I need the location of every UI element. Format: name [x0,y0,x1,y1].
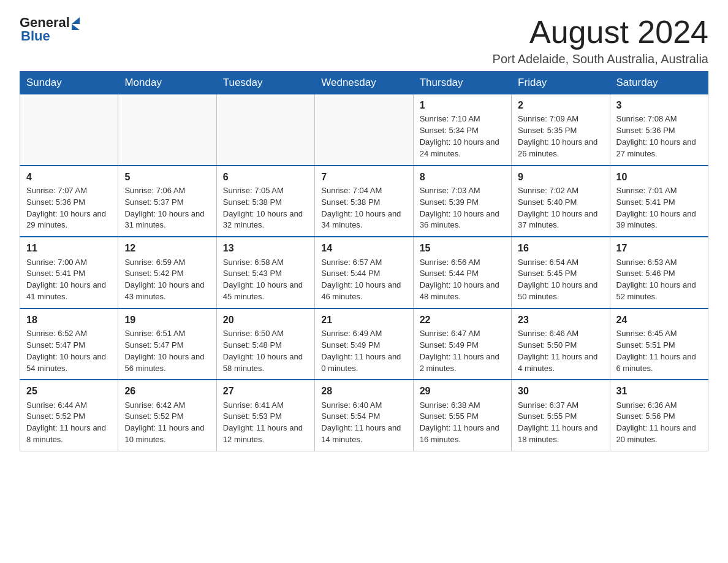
day-info: Sunrise: 6:37 AMSunset: 5:55 PMDaylight:… [518,400,603,446]
day-info: Sunrise: 6:52 AMSunset: 5:47 PMDaylight:… [26,328,112,374]
calendar-week-row: 1Sunrise: 7:10 AMSunset: 5:34 PMDaylight… [20,94,708,166]
day-info: Sunrise: 7:03 AMSunset: 5:39 PMDaylight:… [420,185,505,231]
calendar-day-cell: 13Sunrise: 6:58 AMSunset: 5:43 PMDayligh… [216,237,314,308]
location-subtitle: Port Adelaide, South Australia, Australi… [493,52,708,66]
day-info: Sunrise: 7:05 AMSunset: 5:38 PMDaylight:… [223,185,308,231]
day-number: 18 [26,313,112,327]
day-info: Sunrise: 6:58 AMSunset: 5:43 PMDaylight:… [223,257,308,303]
calendar-day-cell: 23Sunrise: 6:46 AMSunset: 5:50 PMDayligh… [512,308,610,380]
month-year-title: August 2024 [493,15,708,50]
day-info: Sunrise: 7:07 AMSunset: 5:36 PMDaylight:… [26,185,112,231]
calendar-day-cell: 31Sunrise: 6:36 AMSunset: 5:56 PMDayligh… [610,380,708,451]
weekday-header-saturday: Saturday [610,72,708,94]
day-number: 28 [321,384,406,398]
calendar-day-cell: 5Sunrise: 7:06 AMSunset: 5:37 PMDaylight… [118,166,216,237]
day-number: 26 [124,384,210,398]
day-info: Sunrise: 6:57 AMSunset: 5:44 PMDaylight:… [321,257,406,303]
calendar-day-cell: 25Sunrise: 6:44 AMSunset: 5:52 PMDayligh… [20,380,118,451]
day-info: Sunrise: 6:41 AMSunset: 5:53 PMDaylight:… [223,400,308,446]
calendar-day-cell [20,94,118,166]
calendar-day-cell: 21Sunrise: 6:49 AMSunset: 5:49 PMDayligh… [315,308,413,380]
calendar-day-cell: 24Sunrise: 6:45 AMSunset: 5:51 PMDayligh… [610,308,708,380]
day-info: Sunrise: 7:02 AMSunset: 5:40 PMDaylight:… [518,185,603,231]
day-number: 7 [321,170,406,184]
day-info: Sunrise: 6:46 AMSunset: 5:50 PMDaylight:… [518,328,603,374]
weekday-header-friday: Friday [512,72,610,94]
calendar-day-cell: 9Sunrise: 7:02 AMSunset: 5:40 PMDaylight… [512,166,610,237]
day-info: Sunrise: 7:10 AMSunset: 5:34 PMDaylight:… [420,113,505,159]
weekday-header-wednesday: Wednesday [315,72,413,94]
day-number: 3 [616,98,702,112]
day-number: 14 [321,241,406,255]
calendar-day-cell: 22Sunrise: 6:47 AMSunset: 5:49 PMDayligh… [413,308,511,380]
day-info: Sunrise: 6:56 AMSunset: 5:44 PMDaylight:… [420,257,505,303]
day-info: Sunrise: 7:08 AMSunset: 5:36 PMDaylight:… [616,113,702,159]
day-number: 25 [26,384,112,398]
calendar-day-cell: 29Sunrise: 6:38 AMSunset: 5:55 PMDayligh… [413,380,511,451]
calendar-day-cell: 14Sunrise: 6:57 AMSunset: 5:44 PMDayligh… [315,237,413,308]
day-number: 1 [420,98,505,112]
calendar-week-row: 25Sunrise: 6:44 AMSunset: 5:52 PMDayligh… [20,380,708,451]
calendar-table: SundayMondayTuesdayWednesdayThursdayFrid… [20,71,708,451]
calendar-day-cell: 27Sunrise: 6:41 AMSunset: 5:53 PMDayligh… [216,380,314,451]
calendar-day-cell: 15Sunrise: 6:56 AMSunset: 5:44 PMDayligh… [413,237,511,308]
day-number: 15 [420,241,505,255]
day-info: Sunrise: 6:40 AMSunset: 5:54 PMDaylight:… [321,400,406,446]
day-number: 27 [223,384,308,398]
day-number: 29 [420,384,505,398]
day-number: 21 [321,313,406,327]
title-area: August 2024 Port Adelaide, South Austral… [493,15,708,66]
day-number: 8 [420,170,505,184]
calendar-day-cell [315,94,413,166]
calendar-day-cell: 1Sunrise: 7:10 AMSunset: 5:34 PMDaylight… [413,94,511,166]
calendar-day-cell: 20Sunrise: 6:50 AMSunset: 5:48 PMDayligh… [216,308,314,380]
day-number: 10 [616,170,702,184]
day-info: Sunrise: 6:50 AMSunset: 5:48 PMDaylight:… [223,328,308,374]
day-info: Sunrise: 6:53 AMSunset: 5:46 PMDaylight:… [616,257,702,303]
day-number: 2 [518,98,603,112]
day-number: 23 [518,313,603,327]
day-number: 5 [124,170,210,184]
day-number: 19 [124,313,210,327]
calendar-day-cell: 18Sunrise: 6:52 AMSunset: 5:47 PMDayligh… [20,308,118,380]
day-number: 16 [518,241,603,255]
calendar-day-cell: 2Sunrise: 7:09 AMSunset: 5:35 PMDaylight… [512,94,610,166]
day-info: Sunrise: 6:51 AMSunset: 5:47 PMDaylight:… [124,328,210,374]
day-info: Sunrise: 6:45 AMSunset: 5:51 PMDaylight:… [616,328,702,374]
day-info: Sunrise: 6:54 AMSunset: 5:45 PMDaylight:… [518,257,603,303]
calendar-day-cell: 10Sunrise: 7:01 AMSunset: 5:41 PMDayligh… [610,166,708,237]
weekday-header-sunday: Sunday [20,72,118,94]
day-number: 4 [26,170,112,184]
calendar-day-cell: 16Sunrise: 6:54 AMSunset: 5:45 PMDayligh… [512,237,610,308]
day-info: Sunrise: 6:49 AMSunset: 5:49 PMDaylight:… [321,328,406,374]
header: General Blue August 2024 Port Adelaide, … [20,15,708,66]
day-number: 17 [616,241,702,255]
weekday-header-thursday: Thursday [413,72,511,94]
calendar-day-cell: 7Sunrise: 7:04 AMSunset: 5:38 PMDaylight… [315,166,413,237]
day-info: Sunrise: 7:01 AMSunset: 5:41 PMDaylight:… [616,185,702,231]
day-number: 31 [616,384,702,398]
calendar-day-cell: 11Sunrise: 7:00 AMSunset: 5:41 PMDayligh… [20,237,118,308]
calendar-day-cell [118,94,216,166]
calendar-day-cell: 4Sunrise: 7:07 AMSunset: 5:36 PMDaylight… [20,166,118,237]
calendar-day-cell [216,94,314,166]
day-number: 22 [420,313,505,327]
calendar-week-row: 4Sunrise: 7:07 AMSunset: 5:36 PMDaylight… [20,166,708,237]
calendar-day-cell: 3Sunrise: 7:08 AMSunset: 5:36 PMDaylight… [610,94,708,166]
calendar-day-cell: 12Sunrise: 6:59 AMSunset: 5:42 PMDayligh… [118,237,216,308]
calendar-day-cell: 19Sunrise: 6:51 AMSunset: 5:47 PMDayligh… [118,308,216,380]
day-info: Sunrise: 6:42 AMSunset: 5:52 PMDaylight:… [124,400,210,446]
day-number: 30 [518,384,603,398]
day-info: Sunrise: 6:59 AMSunset: 5:42 PMDaylight:… [124,257,210,303]
day-info: Sunrise: 6:47 AMSunset: 5:49 PMDaylight:… [420,328,505,374]
day-number: 20 [223,313,308,327]
weekday-header-monday: Monday [118,72,216,94]
day-info: Sunrise: 7:04 AMSunset: 5:38 PMDaylight:… [321,185,406,231]
day-info: Sunrise: 7:06 AMSunset: 5:37 PMDaylight:… [124,185,210,231]
calendar-day-cell: 26Sunrise: 6:42 AMSunset: 5:52 PMDayligh… [118,380,216,451]
calendar-week-row: 18Sunrise: 6:52 AMSunset: 5:47 PMDayligh… [20,308,708,380]
day-number: 9 [518,170,603,184]
day-number: 13 [223,241,308,255]
logo-blue-text: Blue [21,28,50,44]
day-info: Sunrise: 6:44 AMSunset: 5:52 PMDaylight:… [26,400,112,446]
